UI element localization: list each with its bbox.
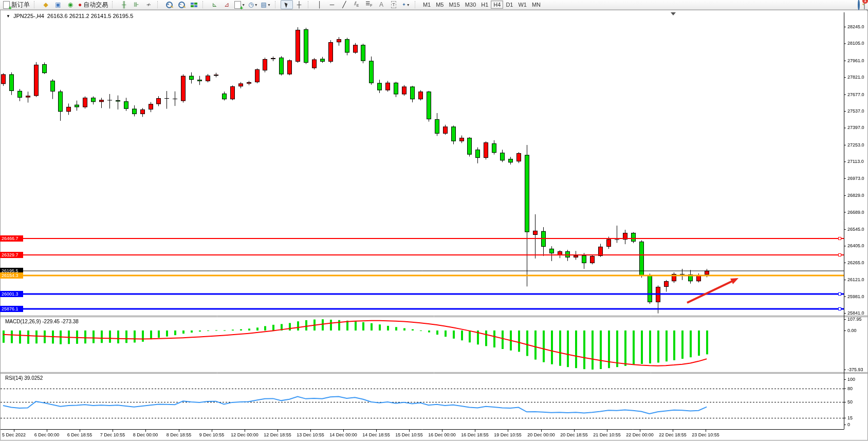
- timeframe-button-m15[interactable]: M15: [446, 1, 462, 9]
- chevron-down-icon: ▼: [254, 3, 258, 7]
- fibonacci-tool-button[interactable]: ☰F: [363, 0, 375, 9]
- timeframe-button-m30[interactable]: M30: [463, 1, 478, 9]
- autotrade-icon: ●: [78, 2, 82, 8]
- toolbar-separator: [202, 1, 206, 8]
- shapes-tool-button[interactable]: ✦▼: [400, 0, 412, 9]
- chart-title: ▼ JPN225-,H4 26163.6 26211.2 26141.5 261…: [6, 13, 133, 19]
- shapes-icon: ✦: [402, 2, 406, 8]
- rsi-indicator-label: RSI(14) 39.0252: [5, 375, 43, 381]
- toolbar-separator: [157, 1, 160, 8]
- horizontal-line-icon: ─: [330, 2, 335, 8]
- timeframe-group: M1M5M15M30H1H4D1W1MN: [419, 0, 545, 9]
- window-icon: ▣: [55, 2, 61, 8]
- tile-windows-icon: [191, 3, 197, 7]
- cursor-icon: [285, 2, 289, 8]
- trendline-tool-button[interactable]: ╱: [338, 0, 350, 9]
- chart-window-icon: ⊾: [212, 2, 217, 8]
- toolbar-separator: [34, 1, 37, 8]
- periods-button[interactable]: ◷▼: [247, 0, 259, 9]
- zoom-out-icon: −: [178, 2, 185, 8]
- cursor-tool-button[interactable]: [281, 0, 293, 9]
- profiles-button[interactable]: ▣: [52, 0, 64, 9]
- search-icon: [858, 0, 860, 10]
- text-tool-button[interactable]: A: [375, 0, 387, 9]
- text-label-icon: T: [391, 1, 396, 8]
- chevron-down-icon: ▼: [267, 3, 271, 7]
- equidistant-channel-icon: ⫽E: [354, 1, 359, 9]
- new-order-icon: +: [3, 1, 10, 9]
- line-chart-button[interactable]: ≁: [142, 0, 155, 9]
- timeframe-button-m1[interactable]: M1: [420, 1, 433, 9]
- notifications-button[interactable]: 1: [864, 1, 865, 10]
- bar-chart-icon: ╫: [122, 2, 126, 8]
- templates-button[interactable]: ▤▼: [260, 0, 272, 9]
- tile-windows-button[interactable]: [188, 0, 200, 9]
- main-toolbar: + 新订单 ◆ ▣ ◉ ● 自动交易 ╫ ⊪ ≁ + −: [0, 0, 868, 10]
- timeframe-button-h1[interactable]: H1: [478, 1, 491, 9]
- trendline-icon: ╱: [342, 2, 346, 8]
- macd-indicator-label: MACD(12,26,9) -229.45 -273.38: [5, 319, 79, 324]
- zoom-in-button[interactable]: +: [163, 0, 175, 9]
- symbol-label: JPN225-,H4: [13, 13, 44, 19]
- autotrade-label: 自动交易: [83, 1, 108, 9]
- text-icon: A: [379, 2, 383, 8]
- line-chart-icon: ≁: [146, 2, 151, 8]
- chart-window-button[interactable]: ⊾: [208, 0, 220, 9]
- metaeditor-button[interactable]: ◆: [40, 0, 52, 9]
- signal-icon: ◉: [68, 2, 73, 8]
- ohlc-values: 26163.6 26211.2 26141.5 26195.5: [47, 13, 133, 19]
- chart-canvas[interactable]: [0, 0, 868, 441]
- zoom-in-icon: +: [166, 2, 173, 8]
- template-icon: ▤: [261, 2, 267, 8]
- vline-tool-button[interactable]: │: [313, 0, 326, 9]
- candlestick-chart-icon: ⊪: [134, 2, 139, 8]
- clock-icon: ◷: [248, 2, 253, 8]
- toolbar-separator: [112, 1, 115, 8]
- candlestick-chart-button[interactable]: ⊪: [130, 0, 142, 9]
- chevron-down-icon: ▼: [407, 3, 410, 7]
- toolbar-separator: [275, 1, 278, 8]
- zoom-out-button[interactable]: −: [175, 0, 188, 9]
- chart-window-alt-button[interactable]: ⊿: [220, 0, 233, 9]
- hline-tool-button[interactable]: ─: [326, 0, 338, 9]
- timeframe-button-h4[interactable]: H4: [491, 1, 503, 9]
- toolbox-icon: ◆: [43, 2, 48, 8]
- signals-button[interactable]: ◉: [64, 0, 77, 9]
- search-button[interactable]: [858, 1, 860, 10]
- vertical-line-icon: │: [318, 2, 322, 8]
- mt4-window: { "toolbar": { "new_order_label": "新订单",…: [0, 0, 868, 441]
- timeframe-button-mn[interactable]: MN: [529, 1, 543, 9]
- crosshair-tool-button[interactable]: ┼: [293, 0, 305, 9]
- crosshair-icon: ┼: [297, 2, 302, 8]
- collapse-triangle-icon[interactable]: ▼: [6, 14, 10, 19]
- channel-tool-button[interactable]: ⫽E: [350, 0, 363, 9]
- toolbar-separator: [415, 1, 418, 8]
- timeframe-button-d1[interactable]: D1: [503, 1, 515, 9]
- timeframe-button-w1[interactable]: W1: [515, 1, 529, 9]
- toolbar-separator: [308, 1, 311, 8]
- chart-window-alt-icon: ⊿: [224, 2, 229, 8]
- label-tool-button[interactable]: T: [387, 0, 400, 9]
- fibonacci-icon: ☰F: [365, 1, 372, 9]
- new-order-button[interactable]: + 新订单: [2, 0, 31, 9]
- new-chart-button[interactable]: +▼: [233, 0, 247, 9]
- timeframe-button-m5[interactable]: M5: [433, 1, 446, 9]
- bar-chart-button[interactable]: ╫: [118, 0, 130, 9]
- new-order-label: 新订单: [11, 1, 30, 9]
- autotrade-button[interactable]: ● 自动交易: [77, 0, 109, 9]
- new-chart-icon: +: [234, 1, 241, 9]
